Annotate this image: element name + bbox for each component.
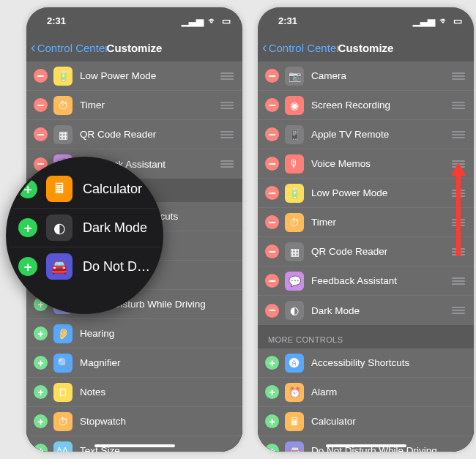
- low-power-icon: 🔋: [53, 67, 72, 86]
- drag-handle-icon[interactable]: [452, 219, 465, 226]
- camera-icon: 📷: [285, 67, 304, 86]
- add-button[interactable]: [265, 385, 279, 399]
- zoom-callout: 🖩Calculator◐Dark Mode🚘Do Not Disturb Whi…: [6, 157, 163, 314]
- add-button[interactable]: [265, 444, 279, 452]
- chevron-left-icon: ‹: [31, 40, 36, 54]
- remove-button[interactable]: [265, 157, 279, 171]
- control-row[interactable]: ◐Dark Mode: [258, 296, 474, 325]
- control-row[interactable]: 📷Camera: [258, 61, 474, 91]
- row-label: Low Power Mode: [80, 70, 220, 81]
- row-label: Feedback Assistant: [311, 275, 452, 286]
- remove-button[interactable]: [265, 304, 279, 318]
- row-label: Stopwatch: [80, 416, 234, 427]
- control-row[interactable]: 🅐Accessibility Shortcuts: [258, 348, 474, 378]
- control-row[interactable]: 🔍Magnifier: [26, 348, 242, 378]
- control-row[interactable]: 🚘Do Not Disturb While Driving: [8, 247, 161, 286]
- control-row[interactable]: ▦QR Code Reader: [258, 237, 474, 266]
- remove-button[interactable]: [34, 127, 48, 141]
- add-button[interactable]: [34, 326, 48, 340]
- drag-handle-icon[interactable]: [220, 160, 234, 168]
- hearing-icon: 👂: [53, 324, 72, 343]
- alarm-icon: ⏰: [285, 383, 304, 402]
- control-row[interactable]: 🎙Voice Memos: [258, 149, 474, 179]
- home-indicator[interactable]: [326, 444, 406, 447]
- wifi-icon: ᯤ: [439, 15, 449, 26]
- back-button[interactable]: ‹ Control Center: [262, 41, 340, 54]
- control-row[interactable]: ⏱Stopwatch: [26, 407, 242, 436]
- remove-button[interactable]: [265, 274, 279, 288]
- drag-handle-icon[interactable]: [452, 277, 465, 285]
- drag-handle-icon[interactable]: [452, 160, 465, 168]
- row-label: Apple TV Remote: [311, 129, 452, 140]
- row-label: Timer: [80, 100, 220, 111]
- add-button[interactable]: [18, 179, 37, 198]
- add-button[interactable]: [265, 356, 279, 370]
- drag-handle-icon[interactable]: [452, 72, 465, 80]
- control-row[interactable]: 💬Feedback Assistant: [258, 266, 474, 296]
- remove-button[interactable]: [265, 186, 279, 200]
- chevron-left-icon: ‹: [262, 40, 267, 54]
- control-row[interactable]: ▦QR Code Reader: [26, 120, 242, 149]
- drag-handle-icon[interactable]: [452, 248, 465, 255]
- screen-recording-icon: ◉: [285, 96, 304, 115]
- control-row[interactable]: 📱Apple TV Remote: [258, 120, 474, 149]
- section-header-more: MORE CONTROLS: [258, 325, 474, 348]
- add-button[interactable]: [18, 257, 37, 276]
- remove-button[interactable]: [265, 245, 279, 258]
- page-title: Customize: [107, 42, 163, 54]
- remove-button[interactable]: [265, 127, 279, 141]
- remove-button[interactable]: [34, 98, 48, 112]
- control-row[interactable]: 🔋Low Power Mode: [258, 179, 474, 208]
- remove-button[interactable]: [265, 69, 279, 83]
- control-row[interactable]: ⏱Timer: [258, 208, 474, 237]
- drag-handle-icon[interactable]: [452, 131, 465, 138]
- row-label: Magnifier: [80, 357, 234, 368]
- row-label: Dark Mode: [83, 220, 151, 236]
- status-bar: 2:31 ▁▃▅ ᯤ ▭: [258, 7, 474, 34]
- control-row[interactable]: 👂Hearing: [26, 319, 242, 348]
- add-button[interactable]: [34, 385, 48, 399]
- voice-memos-icon: 🎙: [285, 154, 304, 173]
- add-button[interactable]: [34, 414, 48, 428]
- drag-handle-icon[interactable]: [452, 190, 465, 197]
- row-label: Screen Recording: [311, 100, 452, 111]
- row-label: Calculator: [83, 182, 151, 197]
- dark-mode-icon: ◐: [285, 301, 304, 320]
- drag-handle-icon[interactable]: [220, 72, 234, 80]
- control-row[interactable]: 🗒Notes: [26, 378, 242, 407]
- home-indicator[interactable]: [94, 444, 175, 447]
- control-row[interactable]: ⏰Alarm: [258, 378, 474, 407]
- row-label: Hearing: [80, 328, 234, 339]
- add-button[interactable]: [34, 356, 48, 370]
- control-row[interactable]: ◉Screen Recording: [258, 91, 474, 120]
- nav-bar: ‹ Control Center Customize: [26, 34, 242, 61]
- drag-handle-icon[interactable]: [220, 102, 234, 109]
- control-row[interactable]: ◐Dark Mode: [8, 209, 161, 247]
- drag-handle-icon[interactable]: [452, 307, 465, 314]
- row-label: Notes: [80, 387, 234, 398]
- battery-icon: ▭: [453, 15, 462, 26]
- control-row[interactable]: 🖩Calculator: [258, 407, 474, 436]
- stopwatch-icon: ⏱: [53, 412, 72, 431]
- add-button[interactable]: [265, 414, 279, 428]
- wifi-icon: ᯤ: [208, 15, 217, 26]
- row-label: Camera: [311, 70, 452, 81]
- control-row[interactable]: 🔋Low Power Mode: [26, 61, 242, 91]
- remove-button[interactable]: [265, 215, 279, 229]
- add-button[interactable]: [34, 444, 48, 452]
- row-label: Calculator: [311, 416, 465, 427]
- back-button[interactable]: ‹ Control Center: [31, 41, 108, 54]
- drag-handle-icon[interactable]: [452, 102, 465, 109]
- drag-handle-icon[interactable]: [220, 131, 234, 138]
- nav-bar: ‹ Control Center Customize: [258, 34, 474, 61]
- remove-button[interactable]: [265, 98, 279, 112]
- control-row[interactable]: ⏱Timer: [26, 91, 242, 120]
- add-button[interactable]: [18, 218, 37, 237]
- page-title: Customize: [338, 42, 394, 54]
- phone-right: 2:31 ▁▃▅ ᯤ ▭ ‹ Control Center Customize …: [258, 7, 474, 452]
- timer-icon: ⏱: [53, 96, 72, 115]
- row-label: Dark Mode: [311, 305, 452, 316]
- notes-icon: 🗒: [53, 383, 72, 402]
- remove-button[interactable]: [34, 69, 48, 83]
- dark-mode-icon: ◐: [46, 214, 72, 241]
